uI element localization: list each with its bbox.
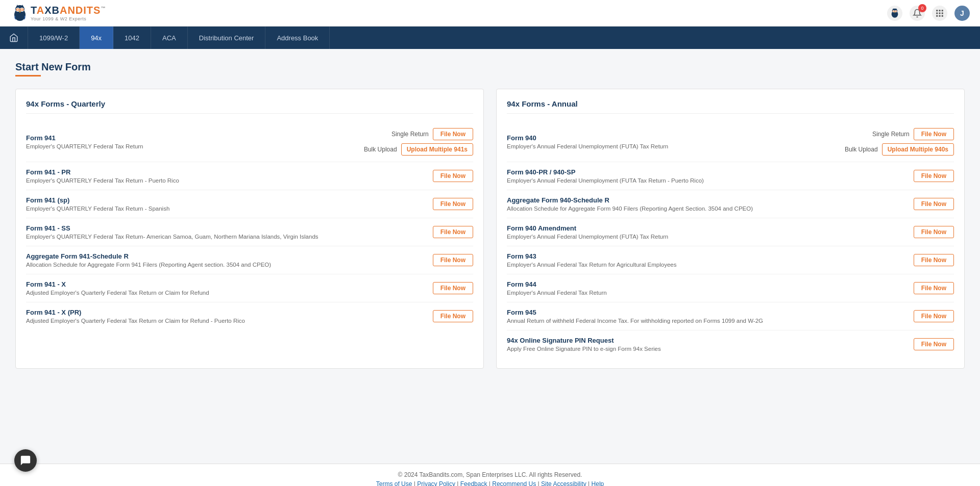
recommend-link[interactable]: Recommend Us: [492, 480, 536, 486]
form-desc: Employer's Annual Federal Unemployment (…: [507, 177, 914, 184]
upload-multiple-940s-button[interactable]: Upload Multiple 940s: [882, 143, 954, 156]
top-header: TAXBANDITS™ Your 1099 & W2 Experts: [0, 0, 980, 27]
table-row: Form 945 Annual Return of withheld Feder…: [507, 302, 954, 330]
table-row: Form 941 Employer's QUARTERLY Federal Ta…: [26, 122, 473, 162]
nav-94x[interactable]: 94x: [80, 27, 113, 49]
footer: © 2024 TaxBandits.com, Span Enterprises …: [0, 464, 980, 486]
svg-point-8: [17, 9, 19, 10]
nav-bar: 1099/W-2 94x 1042 ACA Distribution Cente…: [0, 27, 980, 49]
title-underline: [15, 75, 41, 76]
page-content: Start New Form 94x Forms - Quarterly For…: [0, 49, 980, 464]
footer-copyright: © 2024 TaxBandits.com, Span Enterprises …: [7, 471, 973, 478]
svg-point-9: [21, 9, 23, 10]
file-now-button-940amend[interactable]: File Now: [914, 226, 954, 238]
form-desc: Employer's QUARTERLY Federal Tax Return: [26, 143, 364, 149]
form-desc: Allocation Schedule for Aggregate Form 9…: [507, 206, 914, 212]
svg-rect-28: [942, 12, 943, 14]
form-name: Aggregate Form 941-Schedule R: [26, 252, 433, 260]
nav-home[interactable]: [0, 27, 28, 49]
form-name: 94x Online Signature PIN Request: [507, 337, 914, 344]
file-now-button-941sp[interactable]: File Now: [433, 198, 473, 210]
svg-rect-27: [939, 12, 941, 14]
svg-rect-30: [939, 15, 941, 16]
svg-rect-24: [939, 10, 941, 11]
file-now-button-941xpr[interactable]: File Now: [433, 310, 473, 322]
page-title: Start New Form: [15, 61, 965, 73]
annual-section-title: 94x Forms - Annual: [507, 99, 954, 114]
apps-grid-icon[interactable]: [932, 6, 947, 21]
form-desc: Adjusted Employer's Quarterly Federal Ta…: [26, 290, 433, 296]
file-now-button-945[interactable]: File Now: [914, 310, 954, 322]
table-row: Form 943 Employer's Annual Federal Tax R…: [507, 246, 954, 274]
table-row: Form 944 Employer's Annual Federal Tax R…: [507, 274, 954, 302]
form-name: Form 945: [507, 309, 914, 316]
svg-point-20: [893, 11, 894, 12]
upload-multiple-941s-button[interactable]: Upload Multiple 941s: [401, 143, 473, 156]
form-name: Form 940 Amendment: [507, 224, 914, 232]
form-desc: Employer's QUARTERLY Federal Tax Return …: [26, 206, 433, 212]
file-now-button-pin[interactable]: File Now: [914, 338, 954, 350]
single-return-label: Single Return: [872, 131, 910, 138]
svg-rect-31: [942, 15, 943, 16]
file-now-button-943[interactable]: File Now: [914, 254, 954, 266]
file-now-button-940pr[interactable]: File Now: [914, 170, 954, 182]
bulk-upload-label: Bulk Upload: [845, 146, 878, 153]
logo-brand: TAXBANDITS™ Your 1099 & W2 Experts: [31, 5, 106, 21]
table-row: Form 941 - X Adjusted Employer's Quarter…: [26, 274, 473, 302]
accessibility-link[interactable]: Site Accessibility: [541, 480, 586, 486]
quarterly-section: 94x Forms - Quarterly Form 941 Employer'…: [15, 89, 484, 369]
form-desc: Employer's Annual Federal Tax Return: [507, 290, 914, 296]
nav-1099w2[interactable]: 1099/W-2: [28, 27, 80, 49]
notifications-bell-icon[interactable]: 0: [910, 6, 925, 21]
nav-address-book[interactable]: Address Book: [265, 27, 330, 49]
table-row: Form 940 Employer's Annual Federal Unemp…: [507, 122, 954, 162]
svg-point-21: [895, 11, 896, 12]
form-name: Form 941 (sp): [26, 196, 433, 204]
form-name: Form 941 - PR: [26, 168, 433, 176]
feedback-link[interactable]: Feedback: [460, 480, 487, 486]
home-icon: [9, 33, 18, 42]
form-name: Form 941 - SS: [26, 224, 433, 232]
form-name: Form 941 - X: [26, 280, 433, 288]
privacy-link[interactable]: Privacy Policy: [417, 480, 455, 486]
table-row: Aggregate Form 940-Schedule R Allocation…: [507, 190, 954, 218]
form-name: Form 943: [507, 252, 914, 260]
form-desc: Employer's QUARTERLY Federal Tax Return …: [26, 177, 433, 184]
file-now-button-941x[interactable]: File Now: [433, 282, 473, 294]
file-now-button-941[interactable]: File Now: [433, 128, 473, 140]
svg-rect-25: [942, 10, 943, 11]
form-name: Form 940-PR / 940-SP: [507, 168, 914, 176]
nav-distribution-center[interactable]: Distribution Center: [188, 27, 266, 49]
logo: TAXBANDITS™ Your 1099 & W2 Experts: [10, 4, 106, 23]
nav-aca[interactable]: ACA: [151, 27, 188, 49]
file-now-button-941pr[interactable]: File Now: [433, 170, 473, 182]
file-now-button-940r[interactable]: File Now: [914, 198, 954, 210]
file-now-button-941ss[interactable]: File Now: [433, 226, 473, 238]
form-name: Form 940: [507, 134, 845, 142]
form-desc: Employer's Annual Federal Tax Return for…: [507, 262, 914, 268]
help-link[interactable]: Help: [592, 480, 604, 486]
table-row: Form 941 (sp) Employer's QUARTERLY Feder…: [26, 190, 473, 218]
svg-rect-23: [936, 10, 938, 11]
bulk-upload-label: Bulk Upload: [364, 146, 397, 153]
file-now-button-941r[interactable]: File Now: [433, 254, 473, 266]
nav-1042[interactable]: 1042: [113, 27, 151, 49]
single-return-label: Single Return: [391, 131, 429, 138]
terms-link[interactable]: Terms of Use: [376, 480, 412, 486]
file-now-button-940[interactable]: File Now: [914, 128, 954, 140]
table-row: Form 941 - X (PR) Adjusted Employer's Qu…: [26, 302, 473, 330]
footer-links: Terms of Use | Privacy Policy | Feedback…: [7, 480, 973, 486]
form-desc: Employer's Annual Federal Unemployment (…: [507, 143, 845, 149]
form-desc: Employer's QUARTERLY Federal Tax Return-…: [26, 234, 433, 240]
form-desc: Employer's Annual Federal Unemployment (…: [507, 234, 914, 240]
form-desc: Allocation Schedule for Aggregate Form 9…: [26, 262, 433, 268]
svg-rect-29: [936, 15, 938, 16]
taxbandits-owl-icon[interactable]: [887, 6, 902, 21]
table-row: Aggregate Form 941-Schedule R Allocation…: [26, 246, 473, 274]
header-right: 0 J: [887, 6, 970, 21]
chat-button[interactable]: [14, 449, 37, 472]
logo-owl-icon: [10, 4, 30, 23]
user-avatar[interactable]: J: [954, 6, 970, 21]
file-now-button-944[interactable]: File Now: [914, 282, 954, 294]
form-name: Form 941: [26, 134, 364, 142]
